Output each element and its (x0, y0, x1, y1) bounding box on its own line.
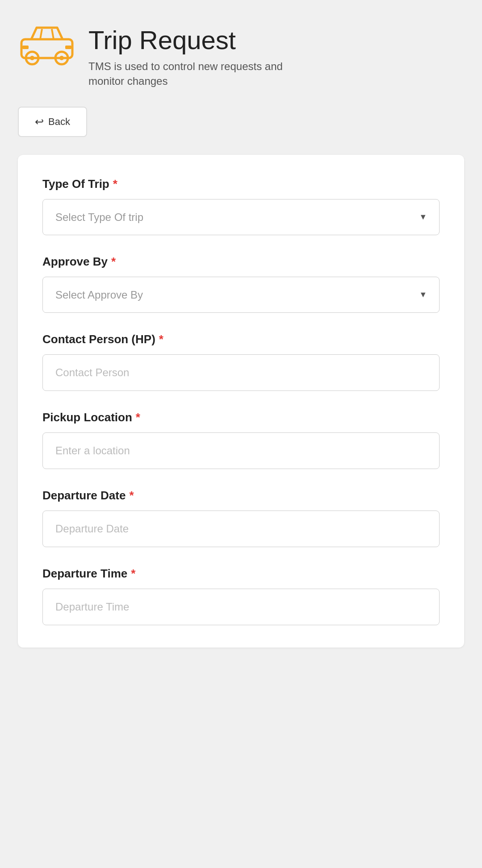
back-button[interactable]: ↩ Back (18, 107, 87, 137)
departure-date-required: * (129, 489, 134, 503)
type-of-trip-group: Type Of Trip * Select Type Of trip (42, 177, 440, 235)
departure-date-label-text: Departure Date (42, 489, 126, 503)
contact-person-required: * (159, 332, 163, 346)
svg-point-4 (59, 56, 64, 60)
approve-by-select[interactable]: Select Approve By (42, 277, 440, 313)
type-of-trip-label: Type Of Trip * (42, 177, 440, 191)
contact-person-input[interactable] (42, 354, 440, 391)
contact-person-label: Contact Person (HP) * (42, 332, 440, 346)
back-button-label: Back (48, 116, 70, 128)
pickup-location-required: * (136, 411, 140, 424)
pickup-location-label: Pickup Location * (42, 411, 440, 424)
page-subtitle: TMS is used to control new requests and … (88, 59, 312, 89)
departure-date-label: Departure Date * (42, 489, 440, 503)
svg-rect-6 (65, 46, 71, 49)
departure-date-group: Departure Date * (42, 489, 440, 547)
svg-point-2 (30, 56, 34, 60)
approve-by-select-wrapper: Select Approve By (42, 277, 440, 313)
departure-time-label-text: Departure Time (42, 567, 127, 581)
approve-by-label-text: Approve By (42, 255, 108, 269)
contact-person-group: Contact Person (HP) * (42, 332, 440, 391)
approve-by-group: Approve By * Select Approve By (42, 255, 440, 313)
page-container: Trip Request TMS is used to control new … (0, 0, 482, 868)
header-text: Trip Request TMS is used to control new … (88, 22, 312, 89)
departure-date-input[interactable] (42, 511, 440, 547)
svg-rect-5 (22, 46, 29, 49)
departure-time-label: Departure Time * (42, 567, 440, 581)
departure-time-group: Departure Time * (42, 567, 440, 625)
car-svg (18, 22, 76, 67)
contact-person-label-text: Contact Person (HP) (42, 332, 155, 346)
form-card: Type Of Trip * Select Type Of trip Appro… (18, 155, 464, 648)
pickup-location-group: Pickup Location * (42, 411, 440, 469)
car-icon (18, 22, 76, 69)
type-of-trip-required: * (113, 177, 117, 191)
pickup-location-label-text: Pickup Location (42, 411, 132, 424)
approve-by-label: Approve By * (42, 255, 440, 269)
back-arrow-icon: ↩ (35, 116, 44, 128)
departure-time-required: * (131, 567, 135, 581)
type-of-trip-select[interactable]: Select Type Of trip (42, 199, 440, 235)
pickup-location-input[interactable] (42, 432, 440, 469)
type-of-trip-label-text: Type Of Trip (42, 177, 109, 191)
type-of-trip-select-wrapper: Select Type Of trip (42, 199, 440, 235)
page-title: Trip Request (88, 26, 312, 54)
page-header: Trip Request TMS is used to control new … (18, 22, 464, 89)
departure-time-input[interactable] (42, 589, 440, 625)
svg-rect-0 (21, 39, 72, 58)
approve-by-required: * (111, 255, 116, 269)
